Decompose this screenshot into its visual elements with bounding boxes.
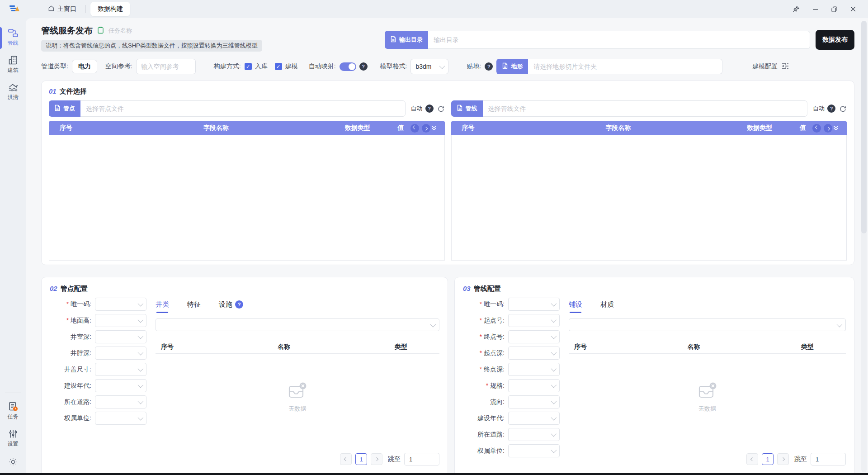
- flood-icon: [8, 82, 19, 92]
- model-format-select[interactable]: b3dm: [410, 59, 448, 74]
- next-column-button[interactable]: [824, 124, 832, 133]
- tab-laying[interactable]: 铺设: [569, 300, 582, 309]
- scrollbar-thumb[interactable]: [861, 21, 867, 233]
- sidebar-item-pipeline[interactable]: 管线: [0, 24, 26, 52]
- next-column-button[interactable]: [422, 124, 430, 133]
- sidebar-item-flood[interactable]: 洪涝: [0, 79, 26, 106]
- field-label: 建设年代:: [463, 414, 508, 423]
- help-icon[interactable]: ?: [485, 62, 493, 71]
- field-select[interactable]: [508, 330, 560, 343]
- field-select[interactable]: [95, 347, 146, 360]
- help-icon[interactable]: ?: [827, 104, 835, 113]
- jump-page-input[interactable]: [811, 453, 846, 466]
- help-icon[interactable]: ?: [359, 62, 368, 71]
- pipe-point-file-input[interactable]: [80, 100, 406, 117]
- tab-data-construction[interactable]: 数据构建: [90, 2, 130, 16]
- category-select[interactable]: [569, 318, 846, 331]
- field-label: 唯一码:: [50, 300, 95, 309]
- restore-button[interactable]: [826, 2, 842, 16]
- minimize-button[interactable]: [807, 2, 823, 16]
- sliders-icon: [8, 429, 19, 439]
- field-select[interactable]: [508, 395, 560, 408]
- checkbox-modeling[interactable]: ✓ 建模: [275, 62, 298, 71]
- next-page-button[interactable]: [777, 453, 789, 465]
- field-select[interactable]: [508, 298, 560, 311]
- field-select[interactable]: [508, 444, 560, 457]
- field-select[interactable]: [508, 412, 560, 425]
- model-config-button[interactable]: 建模配置: [752, 62, 789, 71]
- prev-column-button[interactable]: [812, 124, 821, 133]
- task-name-placeholder[interactable]: 任务名称: [108, 27, 132, 35]
- field-select[interactable]: [95, 363, 146, 376]
- filter-icon[interactable]: [430, 125, 440, 131]
- field-select[interactable]: [508, 314, 560, 327]
- terrain-input[interactable]: [528, 59, 722, 74]
- vertical-scrollbar[interactable]: [861, 21, 867, 472]
- pin-icon[interactable]: [788, 2, 804, 16]
- checkbox-storage[interactable]: ✓ 入库: [245, 62, 268, 71]
- section-title: 文件选择: [60, 87, 87, 96]
- field-label: 井盖尺寸:: [50, 366, 95, 374]
- tab-divider: [85, 5, 86, 13]
- field-select[interactable]: [95, 412, 146, 425]
- section-pipe-point-config: 02 管点配置 唯一码: 地面高: 井室深: 井脖深: 井盖尺寸: 建设年代: …: [41, 277, 448, 475]
- field-select[interactable]: [95, 330, 146, 343]
- output-dir-input[interactable]: [428, 31, 810, 49]
- document-icon: [54, 104, 61, 113]
- pipeline-icon: [8, 28, 19, 38]
- category-select[interactable]: [156, 318, 439, 331]
- sidebar-item-settings[interactable]: 设置: [0, 425, 26, 452]
- page-title: 管线服务发布: [41, 25, 93, 37]
- prev-page-button[interactable]: [340, 453, 352, 465]
- prev-page-button[interactable]: [746, 453, 758, 465]
- field-select[interactable]: [95, 379, 146, 392]
- document-icon: [390, 36, 396, 44]
- empty-state: 无数据: [569, 382, 846, 413]
- publish-data-button[interactable]: 数据发布: [816, 30, 854, 50]
- tab-well-class[interactable]: 井类: [156, 300, 169, 309]
- filter-icon[interactable]: [832, 125, 842, 131]
- field-select[interactable]: [95, 395, 146, 408]
- pipe-point-file-button[interactable]: 管点: [49, 100, 80, 117]
- pipe-line-file-input[interactable]: [483, 100, 808, 117]
- field-select[interactable]: [95, 298, 146, 311]
- document-icon: [502, 62, 508, 71]
- tab-material[interactable]: 材质: [600, 300, 614, 309]
- refresh-icon[interactable]: [839, 105, 847, 113]
- jump-page-input[interactable]: [404, 453, 439, 466]
- model-format-label: 模型格式:: [380, 62, 407, 71]
- auto-map-toggle[interactable]: [340, 62, 356, 71]
- field-label: 规格:: [463, 382, 508, 390]
- pipe-type-button[interactable]: 电力: [72, 60, 97, 73]
- field-select[interactable]: [508, 379, 560, 392]
- tab-main-window[interactable]: 主窗口: [43, 2, 81, 16]
- sidebar-item-building[interactable]: 建筑: [0, 52, 26, 79]
- field-label: 所在道路:: [50, 398, 95, 406]
- pipe-line-file-button[interactable]: 管线: [451, 100, 483, 117]
- close-button[interactable]: [845, 2, 861, 16]
- page-number[interactable]: 1: [355, 453, 367, 465]
- sidebar-item-label: 设置: [8, 440, 19, 448]
- sidebar-item-tasks[interactable]: 任务: [0, 398, 26, 425]
- refresh-icon[interactable]: [437, 105, 445, 113]
- field-select[interactable]: [95, 314, 146, 327]
- output-dir-button[interactable]: 输出目录: [385, 31, 428, 49]
- config-table-header: 序号 名称 类型: [569, 340, 846, 354]
- help-icon[interactable]: ?: [425, 104, 434, 113]
- field-label: 权属单位:: [50, 414, 95, 423]
- page-number[interactable]: 1: [762, 453, 774, 465]
- field-select[interactable]: [508, 428, 560, 441]
- config-tabs: 铺设 材质: [569, 298, 846, 311]
- terrain-button[interactable]: 地形: [496, 59, 528, 74]
- field-select[interactable]: [508, 363, 560, 376]
- pagination: 1 跳至: [746, 453, 846, 466]
- next-page-button[interactable]: [371, 453, 382, 465]
- prev-column-button[interactable]: [410, 124, 419, 133]
- tab-facility[interactable]: 设施?: [219, 300, 243, 309]
- spatial-ref-input[interactable]: [136, 59, 196, 74]
- sun-icon[interactable]: [8, 457, 18, 469]
- field-select[interactable]: [508, 347, 560, 360]
- tab-feature[interactable]: 特征: [187, 300, 201, 309]
- jump-label: 跳至: [794, 455, 807, 463]
- help-icon[interactable]: ?: [235, 300, 243, 309]
